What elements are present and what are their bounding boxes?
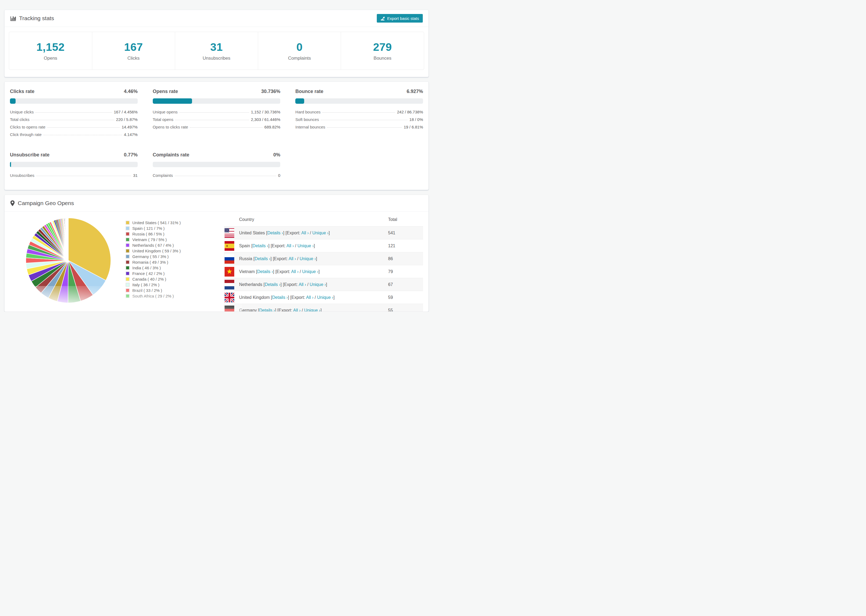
stat-line-value: 220 / 5.87% <box>116 117 138 122</box>
rate-stat-lines: Complaints0 <box>153 173 280 181</box>
legend-swatch <box>126 260 130 264</box>
rate-block-clicks-rate: Clicks rate4.46%Unique clicks167 / 4.456… <box>10 89 138 140</box>
export-word: Export: <box>277 269 291 274</box>
stat-line-value: 18 / 0% <box>409 117 423 122</box>
table-row-vn: Vietnam [Details ›] [Export: All › / Uni… <box>224 265 423 278</box>
rate-block-unsubscribe-rate: Unsubscribe rate0.77%Unsubscribes31 <box>10 152 138 181</box>
export-all-link[interactable]: All › <box>293 308 301 312</box>
summary-value: 1,152 <box>36 41 65 53</box>
table-row-ru: Russia [Details ›] [Export: All › / Uniq… <box>224 252 423 265</box>
progress-bar-track <box>153 98 280 104</box>
country-name: United States <box>239 231 266 235</box>
export-unique-link[interactable]: Unique › <box>310 282 326 287</box>
rate-title: Clicks rate <box>10 89 35 94</box>
dotted-leader <box>323 112 395 113</box>
rate-percentage: 30.736% <box>261 89 280 94</box>
export-all-link[interactable]: All › <box>291 269 299 274</box>
export-word: Export: <box>287 231 301 235</box>
page-title: Tracking stats <box>10 15 54 22</box>
rate-stat-lines: Hard bounces242 / 86.738%Soft bounces18 … <box>295 110 423 132</box>
rate-percentage: 0.77% <box>124 152 138 158</box>
legend-swatch <box>126 294 130 298</box>
pie-slice-other[interactable] <box>68 218 68 261</box>
legend-swatch <box>126 288 130 292</box>
details-link[interactable]: Details › <box>267 231 283 235</box>
export-unique-link[interactable]: Unique › <box>298 244 313 248</box>
legend-item-vietnam: Vietnam ( 79 / 5% ) <box>126 237 206 242</box>
legend-swatch <box>126 283 130 287</box>
export-all-link[interactable]: All › <box>287 244 294 248</box>
bracket: ] [ <box>275 308 279 312</box>
details-link[interactable]: Details › <box>265 282 280 287</box>
legend-swatch <box>126 272 130 275</box>
export-button-label: Export basic stats <box>387 16 419 21</box>
rate-head: Opens rate30.736% <box>153 89 280 94</box>
export-unique-link[interactable]: Unique › <box>312 231 328 235</box>
stat-line: Click through rate4.147% <box>10 132 138 140</box>
details-link[interactable]: Details › <box>255 256 271 261</box>
bracket: ] [ <box>268 244 272 248</box>
export-all-link[interactable]: All › <box>306 295 313 300</box>
summary-value: 0 <box>296 41 302 53</box>
legend-item-united-kingdom: United Kingdom ( 59 / 3% ) <box>126 248 206 254</box>
dotted-leader <box>175 120 249 120</box>
geo-pie-chart[interactable] <box>25 217 112 305</box>
country-cell: Netherlands [Details ›] [Export: All › /… <box>239 282 327 287</box>
map-pin-icon <box>10 200 15 206</box>
progress-bar-fill <box>10 162 11 167</box>
export-unique-link[interactable]: Unique › <box>302 269 318 274</box>
details-link[interactable]: Details › <box>252 244 268 248</box>
stat-line-value: 1,152 / 30.736% <box>251 110 280 114</box>
geo-header: Campaign Geo Opens <box>5 195 428 212</box>
progress-bar-track <box>10 98 138 104</box>
stat-line-label: Opens to clicks rate <box>153 125 188 129</box>
rate-head: Complaints rate0% <box>153 152 280 158</box>
progress-bar-track <box>153 162 280 167</box>
export-word: Export: <box>274 256 288 261</box>
total-cell: 55 <box>388 308 423 312</box>
stat-line: Opens to clicks rate689.82% <box>153 125 280 132</box>
stat-line-label: Unsubscribes <box>10 173 35 178</box>
details-link[interactable]: Details › <box>272 295 288 300</box>
stat-line: Complaints0 <box>153 173 280 181</box>
stat-line-value: 242 / 86.738% <box>397 110 423 114</box>
export-unique-link[interactable]: Unique › <box>304 308 320 312</box>
bracket: ] <box>316 256 317 261</box>
summary-label: Unsubscribes <box>203 56 230 61</box>
country-cell: Spain [Details ›] [Export: All › / Uniqu… <box>239 244 315 248</box>
flag-de-icon <box>225 306 234 312</box>
campaign-geo-opens-card: Campaign Geo Opens United States ( 541 /… <box>4 195 429 312</box>
geo-title-text: Campaign Geo Opens <box>18 200 74 206</box>
export-all-link[interactable]: All › <box>288 256 296 261</box>
stat-line-value: 167 / 4.456% <box>114 110 137 114</box>
bracket: ] <box>329 231 330 235</box>
total-cell: 541 <box>388 231 423 236</box>
bracket: ] [ <box>280 282 284 287</box>
legend-swatch <box>126 277 130 281</box>
table-row-nl: Netherlands [Details ›] [Export: All › /… <box>224 278 423 291</box>
stat-line-value: 19 / 6.81% <box>404 125 423 129</box>
details-link[interactable]: Details › <box>257 269 273 274</box>
dotted-leader <box>31 120 114 120</box>
total-cell: 59 <box>388 295 423 300</box>
summary-value: 31 <box>210 41 223 53</box>
export-all-link[interactable]: All › <box>299 282 306 287</box>
legend-item-south-africa: South Africa ( 29 / 2% ) <box>126 293 206 299</box>
export-unique-link[interactable]: Unique › <box>317 295 333 300</box>
rate-block-opens-rate: Opens rate30.736%Unique opens1,152 / 30.… <box>153 89 280 140</box>
country-cell: Germany [Details ›] [Export: All › / Uni… <box>239 308 322 312</box>
details-link[interactable]: Details › <box>259 308 275 312</box>
stat-line-label: Click through rate <box>10 132 42 137</box>
export-basic-stats-button[interactable]: Export basic stats <box>377 14 423 23</box>
country-name: United Kingdom <box>239 295 271 300</box>
export-all-link[interactable]: All › <box>301 231 309 235</box>
stat-line-label: Unique opens <box>153 110 178 114</box>
bracket: ] [ <box>288 295 291 300</box>
summary-cell-unsubscribes: 31Unsubscribes <box>175 32 258 70</box>
export-unique-link[interactable]: Unique › <box>299 256 316 261</box>
page-title-text: Tracking stats <box>19 15 54 22</box>
legend-item-india: India ( 46 / 3% ) <box>126 265 206 271</box>
country-cell: United States [Details ›] [Export: All ›… <box>239 231 330 236</box>
bracket: ] <box>326 282 327 287</box>
stat-line-label: Total clicks <box>10 117 30 122</box>
